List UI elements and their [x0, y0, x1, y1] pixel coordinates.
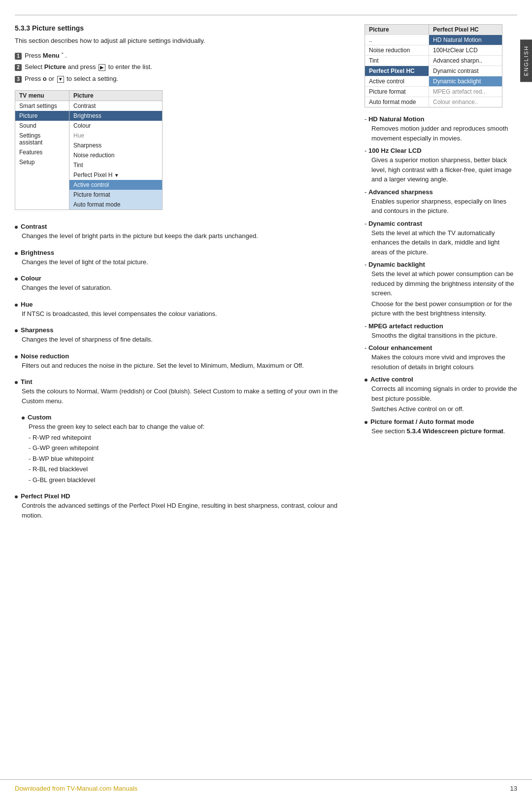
right-menu-right-5: Dynamic backlight — [429, 76, 502, 86]
custom-item-rwp: - R-WP red whitepoint — [29, 433, 350, 443]
right-dash-text-dynamic-contrast: Sets the level at which the TV automatic… — [371, 228, 517, 257]
right-dash-title-colour-enhancement: - Colour enhancement — [365, 344, 517, 351]
dot-bullet-active-control — [365, 379, 367, 382]
step-3: 3 Press o or ▼ to select a setting. — [15, 74, 350, 84]
menu-left-col: TV menu Smart settings Picture Sound Set… — [15, 91, 69, 209]
right-dash-text-100hz: Gives a superior motion sharpness, bette… — [371, 155, 517, 184]
menu-right-perfect-pixel: Perfect Pixel H ▼ — [69, 170, 162, 180]
english-tab: ENGLISH — [520, 39, 532, 82]
right-dash-text-colour-enhancement: Makes the colours more vivid and improve… — [371, 352, 517, 372]
right-content: - HD Natural Motion Removes motion judde… — [365, 115, 517, 436]
right-dash-dynamic-contrast: - Dynamic contrast Sets the level at whi… — [365, 220, 517, 257]
right-menu-row-4: Perfect Pixel HC Dynamic contrast — [365, 66, 502, 76]
bullet-row-custom: Custom — [22, 410, 350, 421]
menu-right-sharpness: Sharpness — [69, 140, 162, 150]
right-dash-advanced-sharpness: - Advanced sharpness Enables superior sh… — [365, 188, 517, 216]
step-num-1: 1 — [15, 53, 22, 60]
step-num-3: 3 — [15, 76, 22, 83]
right-bullet-row-active-control: Active control — [365, 376, 517, 383]
bullet-row-contrast: Contrast — [15, 219, 350, 230]
menu-right-colour: Colour — [69, 121, 162, 131]
bullet-text-brightness: Changes the level of light of the total … — [22, 257, 350, 267]
right-menu-ui: Picture Perfect Pixel HC .. HD Natural M… — [365, 24, 502, 107]
dot-bullet-hue — [15, 304, 18, 307]
bullet-title-custom: Custom — [28, 414, 51, 421]
right-bullet-title-picture-format: Picture format / Auto format mode — [370, 418, 474, 425]
footer: Downloaded from TV-Manual.com Manuals 13 — [0, 779, 532, 792]
section-intro: This section describes how to adjust all… — [15, 36, 350, 46]
bullet-row-tint: Tint — [15, 374, 350, 385]
bullet-row-perfect-pixel: Perfect Pixel HD — [15, 488, 350, 500]
bullet-text-sharpness: Changes the level of sharpness of fine d… — [22, 335, 350, 345]
right-menu-col1-header: Picture — [365, 25, 429, 35]
footer-page-number: 13 — [510, 785, 517, 792]
menu-left-item-sound: Sound — [15, 121, 69, 131]
dot-bullet-noise-reduction — [15, 355, 18, 358]
right-menu-row-1: .. HD Natural Motion — [365, 35, 502, 45]
right-dash-mpeg: - MPEG artefact reduction Smooths the di… — [365, 322, 517, 341]
bullet-row-noise-reduction: Noise reduction — [15, 349, 350, 360]
bullet-title-noise-reduction: Noise reduction — [21, 352, 69, 360]
step-num-2: 2 — [15, 64, 22, 71]
bullet-text-contrast: Changes the level of bright parts in the… — [22, 231, 350, 241]
custom-item-rbl: - R-BL red blacklevel — [29, 464, 350, 474]
right-dash-title-advanced-sharpness: - Advanced sharpness — [365, 188, 517, 196]
footer-link-text: Downloaded from TV-Manual.com Manuals — [15, 785, 137, 792]
bullet-title-colour: Colour — [21, 275, 41, 282]
right-menu-row-7: Auto format mode Colour enhance.. — [365, 97, 502, 107]
bullet-text-colour: Changes the level of saturation. — [22, 283, 350, 293]
footer-link[interactable]: Downloaded from TV-Manual.com Manuals — [15, 785, 137, 792]
steps-list: 1 Press Menu ˇ . 2 Select Picture and pr… — [15, 51, 350, 84]
right-bullet-title-active-control: Active control — [370, 376, 413, 383]
right-menu-left-6: Picture format — [365, 87, 429, 97]
bullet-title-sharpness: Sharpness — [21, 326, 53, 334]
menu-right-col: Picture Contrast Brightness Colour Hue S… — [69, 91, 162, 209]
menu-right-hue: Hue — [69, 131, 162, 140]
step-text-2: Select Picture and press ▶ to enter the … — [25, 62, 152, 72]
right-dash-text-mpeg: Smooths the digital transitions in the p… — [371, 331, 517, 341]
bullet-text-custom-intro: Press the green key to select each bar t… — [29, 422, 350, 432]
right-bullet-text-picture-format: See section 5.3.4 Widescreen picture for… — [371, 426, 517, 436]
right-menu-left-5: Active control — [365, 76, 429, 86]
dot-bullet-contrast — [15, 226, 18, 229]
dot-bullet-custom — [22, 417, 25, 419]
step-1: 1 Press Menu ˇ . — [15, 51, 350, 61]
right-dash-text-dynamic-backlight-1: Sets the level at which power consumptio… — [371, 269, 517, 298]
bullet-text-hue: If NTSC is broadcasted, this level compe… — [22, 309, 350, 319]
right-column: Picture Perfect Pixel HC .. HD Natural M… — [360, 15, 517, 523]
arrow-icon-2: ▼ — [57, 76, 64, 83]
right-bullet-picture-format: Picture format / Auto format mode See se… — [365, 418, 517, 436]
right-menu-right-6: MPEG artefact red.. — [429, 87, 502, 97]
right-bullet-text-active-control-2: Switches Active control on or off. — [371, 404, 517, 414]
right-dash-title-100hz: - 100 Hz Clear LCD — [365, 147, 517, 154]
bullet-row-colour: Colour — [15, 271, 350, 282]
page-container: ENGLISH 5.3.3 Picture settings This sect… — [0, 0, 532, 802]
right-menu-row-3: Tint Advanced sharpn.. — [365, 56, 502, 66]
menu-right-tint: Tint — [69, 160, 162, 170]
section-heading: 5.3.3 Picture settings — [15, 24, 350, 32]
menu-left-item-settings-assistant: Settings assistant — [15, 131, 69, 147]
menu-right-active-control: Active control — [69, 180, 162, 190]
right-menu-row-2: Noise reduction 100HzClear LCD — [365, 45, 502, 56]
bullet-custom: Custom Press the green key to select eac… — [22, 410, 350, 485]
arrow-icon: ▶ — [99, 64, 105, 71]
menu-left-item-features: Features — [15, 147, 69, 157]
right-dash-text-hd-natural-motion: Removes motion judder and reproduces smo… — [371, 124, 517, 143]
left-menu-ui: TV menu Smart settings Picture Sound Set… — [15, 90, 163, 210]
right-dash-100hz: - 100 Hz Clear LCD Gives a superior moti… — [365, 147, 517, 184]
bullet-text-perfect-pixel: Controls the advanced settings of the Pe… — [22, 501, 350, 520]
bullet-title-tint: Tint — [21, 378, 33, 385]
dot-bullet-picture-format — [365, 421, 367, 424]
custom-item-bwp: - B-WP blue whitepoint — [29, 454, 350, 464]
menu-right-auto-format-mode: Auto format mode — [69, 200, 162, 209]
right-menu-right-7: Colour enhance.. — [429, 97, 502, 107]
right-dash-text-advanced-sharpness: Enables superior sharpness, especially o… — [371, 197, 517, 216]
menu-col2-header: Picture — [69, 91, 162, 101]
right-menu-row-5: Active control Dynamic backlight — [365, 76, 502, 87]
right-menu-left-4: Perfect Pixel HC — [365, 66, 429, 76]
dot-bullet-colour — [15, 278, 18, 280]
right-menu-left-3: Tint — [365, 56, 429, 66]
right-dash-title-dynamic-contrast: - Dynamic contrast — [365, 220, 517, 227]
bullet-title-perfect-pixel: Perfect Pixel HD — [21, 492, 70, 500]
right-dash-title-mpeg: - MPEG artefact reduction — [365, 322, 517, 330]
